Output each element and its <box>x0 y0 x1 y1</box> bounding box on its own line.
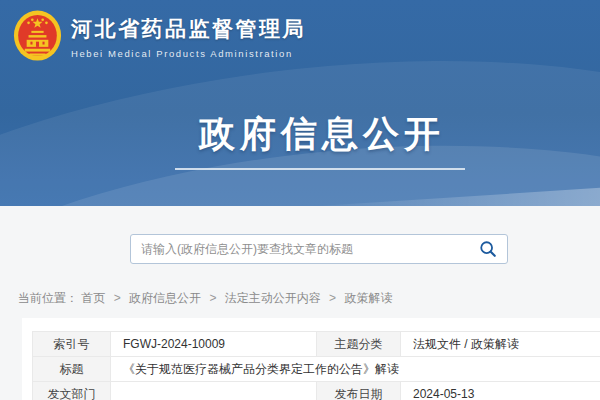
issuing-dept-value <box>111 382 317 400</box>
breadcrumb-item-statutory-content[interactable]: 法定主动公开内容 <box>225 291 321 305</box>
table-row: 标题 《关于规范医疗器械产品分类界定工作的公告》解读 <box>33 357 600 382</box>
breadcrumb-item-home[interactable]: 首页 <box>81 291 105 305</box>
index-number-label: 索引号 <box>33 332 111 357</box>
breadcrumb: 当前位置： 首页 > 政府信息公开 > 法定主动公开内容 > 政策解读 <box>18 290 392 307</box>
title-underline <box>175 168 465 170</box>
publish-date-value: 2024-05-13 <box>401 382 600 400</box>
document-info-panel: 索引号 FGWJ-2024-10009 主题分类 法规文件 / 政策解读 标题 … <box>22 318 600 400</box>
breadcrumb-separator: > <box>209 291 216 305</box>
site-title-block: 河北省药品监督管理局 Hebei Medical Products Admini… <box>71 15 306 59</box>
table-row: 索引号 FGWJ-2024-10009 主题分类 法规文件 / 政策解读 <box>33 332 600 357</box>
search-button[interactable] <box>469 235 507 263</box>
index-number-value: FGWJ-2024-10009 <box>111 332 317 357</box>
national-emblem-icon <box>13 8 62 65</box>
site-name-en: Hebei Medical Products Administration <box>71 48 306 59</box>
breadcrumb-item-policy-interpretation[interactable]: 政策解读 <box>344 291 392 305</box>
document-title-value: 《关于规范医疗器械产品分类界定工作的公告》解读 <box>111 357 600 382</box>
search-input[interactable] <box>131 235 469 263</box>
breadcrumb-label: 当前位置： <box>18 291 78 305</box>
title-label: 标题 <box>33 357 111 382</box>
issuing-dept-label: 发文部门 <box>33 382 111 400</box>
header-wave-decoration <box>310 188 600 206</box>
search-bar[interactable] <box>130 234 508 264</box>
topic-category-value: 法规文件 / 政策解读 <box>401 332 600 357</box>
publish-date-label: 发布日期 <box>317 382 401 400</box>
site-name-zh: 河北省药品监督管理局 <box>71 15 306 43</box>
header-wave-decoration <box>240 178 600 206</box>
table-row: 发文部门 发布日期 2024-05-13 <box>33 382 600 400</box>
search-icon <box>479 240 497 258</box>
breadcrumb-separator: > <box>329 291 336 305</box>
site-header: 河北省药品监督管理局 Hebei Medical Products Admini… <box>0 0 600 206</box>
page-title: 政府信息公开 <box>2 110 600 159</box>
document-info-table: 索引号 FGWJ-2024-10009 主题分类 法规文件 / 政策解读 标题 … <box>32 331 600 400</box>
topic-category-label: 主题分类 <box>317 332 401 357</box>
breadcrumb-item-info-disclosure[interactable]: 政府信息公开 <box>129 291 201 305</box>
site-logo[interactable]: 河北省药品监督管理局 Hebei Medical Products Admini… <box>13 8 306 65</box>
breadcrumb-separator: > <box>114 291 121 305</box>
